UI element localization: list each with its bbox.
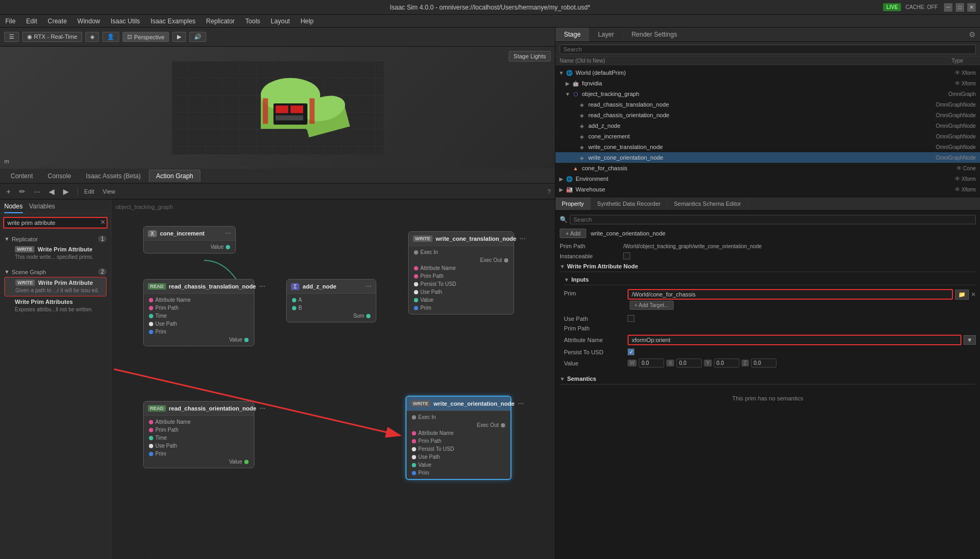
menu-isaac-examples[interactable]: Isaac Examples (148, 16, 198, 26)
variables-tab[interactable]: Variables (29, 203, 55, 213)
tree-row-world[interactable]: ▼ 🌐 World (defaultPrim) 👁 Xform (555, 67, 980, 78)
node-item-write-prim-scene[interactable]: WRITE Write Prim Attribute Given a path … (4, 277, 107, 296)
tab-property[interactable]: Property (555, 197, 591, 210)
vis-icon[interactable]: 👁 (953, 176, 961, 182)
rtx-button[interactable]: ◉ RTX - Real-Time (22, 32, 82, 42)
tab-action-graph[interactable]: Action Graph (149, 170, 200, 182)
menu-replicator[interactable]: Replicator (204, 16, 237, 26)
menu-layout[interactable]: Layout (269, 16, 292, 26)
prim-clear-button[interactable]: ✕ (971, 291, 976, 298)
vis-icon[interactable]: 👁 (953, 80, 961, 86)
attribute-name-dropdown[interactable]: ▼ (964, 335, 976, 345)
graph-view-label[interactable]: View (103, 188, 116, 195)
node-write-orient-menu[interactable]: ··· (518, 399, 524, 408)
person-icon-button[interactable]: 👤 (102, 32, 119, 42)
tab-console[interactable]: Console (41, 170, 77, 182)
stage-filter-button[interactable]: ⚙ (969, 30, 976, 39)
node-write-trans-menu[interactable]: ··· (519, 234, 526, 243)
add-property-button[interactable]: + Add (560, 229, 586, 238)
collapse-icon-semantics[interactable]: ▼ (560, 376, 565, 382)
node-item-write-prim-attrs[interactable]: Write Prim Attributes Exposes attribu...… (4, 296, 107, 315)
tree-row-environment[interactable]: ▶ 🌐 Environment 👁 Xform (555, 173, 980, 184)
menu-isaac-utils[interactable]: Isaac Utils (109, 16, 142, 26)
menu-window[interactable]: Window (75, 16, 102, 26)
graph-dots-button[interactable]: ··· (32, 186, 42, 197)
port-attr-name-in: Attribute Name (144, 296, 254, 304)
menu-help[interactable]: Help (298, 16, 316, 26)
node-read-trans-menu[interactable]: ··· (259, 282, 266, 291)
tab-isaac-assets[interactable]: Isaac Assets (Beta) (80, 170, 147, 182)
node-desc-write-prim-scene: Given a path to ...r it will be issu ed. (15, 287, 102, 294)
close-button[interactable]: ✕ (967, 3, 976, 12)
collapse-icon[interactable]: ▼ (560, 264, 565, 269)
tree-row-cone-for-chassis[interactable]: ▲ cone_for_chassis 👁 Cone (555, 163, 980, 173)
tree-row-fqnvidia[interactable]: ▶ 🤖 fqnvidia 👁 Xform (555, 78, 980, 89)
vis-icon[interactable]: 👁 (953, 186, 961, 193)
node-search-input[interactable] (3, 217, 108, 229)
perspective-button[interactable]: ⊡ Perspective (122, 32, 169, 42)
graph-back-button[interactable]: ◀ (47, 186, 57, 197)
node-add-z-menu[interactable]: ··· (365, 282, 372, 291)
menu-file[interactable]: File (3, 16, 17, 26)
instanceable-row: Instanceable (560, 251, 976, 261)
tab-synthetic-data-recorder[interactable]: Synthetic Data Recorder (591, 197, 668, 210)
tree-row-cone-increment[interactable]: ◈ cone_increment OmniGraphNode (555, 131, 980, 142)
graph-pencil-button[interactable]: ✏ (17, 186, 28, 197)
window-controls[interactable]: ─ □ ✕ (944, 3, 976, 12)
audio-button[interactable]: 🔊 (189, 32, 206, 42)
prim-file-button[interactable]: 📁 (955, 290, 969, 300)
value-x-input[interactable] (676, 359, 702, 368)
add-target-button[interactable]: + Add Target... (630, 301, 674, 310)
port-dot (366, 314, 370, 318)
help-button[interactable]: ? (548, 188, 551, 195)
tab-layer[interactable]: Layer (589, 28, 623, 41)
tab-semantics-schema-editor[interactable]: Semantics Schema Editor (667, 197, 748, 210)
category-scene-graph-header[interactable]: ▼ Scene Graph 2 (4, 267, 107, 277)
node-read-orient-menu[interactable]: ··· (260, 404, 266, 413)
tree-row-object-tracking-graph[interactable]: ▼ ⬡ object_tracking_graph OmniGraph (555, 89, 980, 99)
graph-forward-button[interactable]: ▶ (61, 186, 71, 197)
vis-icon[interactable]: 👁 (955, 165, 963, 171)
vis-icon[interactable]: 👁 (953, 69, 961, 76)
node-item-write-prim-replicator[interactable]: WRITE Write Prim Attribute This node wri… (4, 244, 107, 263)
category-replicator-header[interactable]: ▼ Replicator 1 (4, 234, 107, 244)
tree-row-write-cone-orient[interactable]: ◈ write_cone_orientation_node OmniGraphN… (555, 152, 980, 163)
tree-row-warehouse[interactable]: ▶ 🏭 Warehouse 👁 Xform (555, 184, 980, 195)
search-clear-button[interactable]: ✕ (100, 219, 105, 226)
camera-options-button[interactable]: ◈ (85, 32, 99, 42)
viewport-menu-button[interactable]: ☰ (4, 32, 19, 42)
value-w-input[interactable] (639, 359, 664, 368)
graph-edit-label[interactable]: Edit (84, 188, 94, 195)
property-search-input[interactable] (570, 215, 976, 224)
stage-lights-button[interactable]: Stage Lights (509, 51, 551, 62)
graph-add-button[interactable]: + (4, 186, 13, 197)
tree-row-read-chassis-trans[interactable]: ◈ read_chassis_translation_node OmniGrap… (555, 99, 980, 110)
tree-type-object-tracking: OmniGraph (948, 91, 976, 97)
menu-create[interactable]: Create (46, 16, 69, 26)
tree-row-read-chassis-orient[interactable]: ◈ read_chassis_orientation_node OmniGrap… (555, 110, 980, 120)
value-z-input[interactable] (751, 359, 776, 368)
restore-button[interactable]: □ (956, 3, 964, 12)
menu-edit[interactable]: Edit (24, 16, 39, 26)
minimize-button[interactable]: ─ (944, 3, 952, 12)
prim-value-input[interactable] (628, 289, 953, 300)
attribute-name-input[interactable] (628, 335, 961, 345)
instanceable-checkbox[interactable] (623, 252, 630, 259)
robot-scene-svg (172, 55, 384, 161)
menu-tools[interactable]: Tools (243, 16, 262, 26)
robot-icon: 🤖 (571, 79, 580, 88)
value-y-input[interactable] (714, 359, 739, 368)
camera-extra-button[interactable]: ▶ (172, 32, 186, 42)
persist-to-usd-checkbox[interactable]: ✓ (628, 348, 634, 355)
tree-row-add-z[interactable]: ◈ add_z_node OmniGraphNode (555, 120, 980, 131)
tab-render-settings[interactable]: Render Settings (623, 28, 686, 41)
tab-content[interactable]: Content (4, 170, 39, 182)
port-label: Time (155, 435, 167, 441)
use-path-checkbox[interactable] (628, 315, 634, 322)
node-cone-increment-menu[interactable]: ··· (225, 229, 231, 238)
collapse-icon[interactable]: ▼ (564, 277, 569, 283)
nodes-tab[interactable]: Nodes (4, 203, 23, 213)
tree-row-write-cone-trans[interactable]: ◈ write_cone_translation_node OmniGraphN… (555, 142, 980, 152)
tab-stage[interactable]: Stage (555, 28, 589, 41)
stage-search-input[interactable] (560, 45, 976, 54)
